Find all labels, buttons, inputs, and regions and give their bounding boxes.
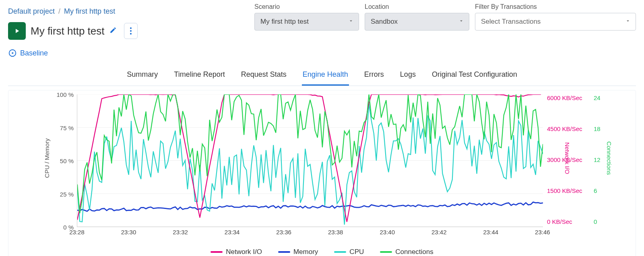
breadcrumb-sep: / xyxy=(58,7,60,15)
kebab-icon xyxy=(130,27,132,35)
tab-original-test-configuration[interactable]: Original Test Configuration xyxy=(431,68,518,86)
engine-health-chart: CPU / Memory Network I/O Connections 0 %… xyxy=(8,90,636,256)
tab-logs[interactable]: Logs xyxy=(399,68,417,86)
pencil-icon xyxy=(109,27,117,34)
play-icon xyxy=(13,27,21,35)
tab-request-stats[interactable]: Request Stats xyxy=(240,68,287,86)
tab-engine-health[interactable]: Engine Health xyxy=(302,68,349,86)
legend-connections[interactable]: Connections xyxy=(380,248,433,256)
tab-summary[interactable]: Summary xyxy=(126,68,159,86)
tab-errors[interactable]: Errors xyxy=(363,68,385,86)
svg-point-1 xyxy=(130,30,132,32)
scenario-select[interactable]: My first http test xyxy=(254,13,359,31)
legend-memory[interactable]: Memory xyxy=(278,248,318,256)
scenario-value: My first http test xyxy=(260,18,309,26)
chevron-down-icon xyxy=(458,18,464,26)
axis-right1-ticks: 0 KB/Sec1500 KB/Sec3000 KB/Sec4500 KB/Se… xyxy=(547,94,583,227)
location-value: Sandbox xyxy=(371,18,398,26)
svg-point-0 xyxy=(130,27,132,29)
plot-area[interactable] xyxy=(77,94,543,227)
location-select[interactable]: Sandbox xyxy=(365,13,469,31)
baseline-icon xyxy=(8,49,17,57)
baseline-link[interactable]: Baseline xyxy=(8,49,636,57)
tab-timeline-report[interactable]: Timeline Report xyxy=(173,68,225,86)
chevron-down-icon xyxy=(348,18,354,26)
axis-x-ticks: 23:2823:3023:3223:3423:3623:3823:4023:42… xyxy=(77,229,543,237)
transactions-select[interactable]: Select Transactions xyxy=(475,13,636,31)
scenario-label: Scenario xyxy=(254,3,359,10)
location-label: Location xyxy=(365,3,469,10)
legend-cpu[interactable]: CPU xyxy=(334,248,364,256)
run-button[interactable] xyxy=(8,22,26,40)
edit-title-button[interactable] xyxy=(109,27,117,35)
axis-right2-ticks: 06121824 xyxy=(594,94,606,227)
legend-network-i-o[interactable]: Network I/O xyxy=(211,248,262,256)
tabbar: SummaryTimeline ReportRequest StatsEngin… xyxy=(8,68,636,86)
baseline-label: Baseline xyxy=(20,49,48,57)
chart-legend: Network I/OMemoryCPUConnections xyxy=(21,248,623,256)
breadcrumb-project[interactable]: Default project xyxy=(8,7,55,15)
transactions-label: Filter By Transactions xyxy=(475,3,636,10)
chevron-down-icon xyxy=(625,18,631,26)
breadcrumb-test[interactable]: My first http test xyxy=(64,7,115,15)
svg-point-2 xyxy=(130,33,132,35)
axis-left-ticks: 0 %25 %50 %75 %100 % xyxy=(50,94,74,227)
page-title: My first http test xyxy=(31,25,105,37)
transactions-placeholder: Select Transactions xyxy=(481,18,541,26)
axis-right2-title: Connections xyxy=(606,141,613,175)
more-menu-button[interactable] xyxy=(124,23,138,39)
series-memory xyxy=(77,202,543,211)
